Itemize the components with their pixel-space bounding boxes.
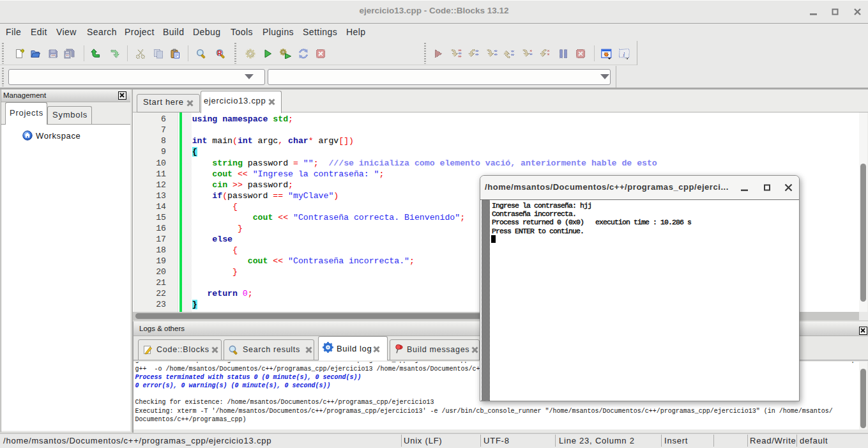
svg-text:R: R <box>217 49 222 57</box>
